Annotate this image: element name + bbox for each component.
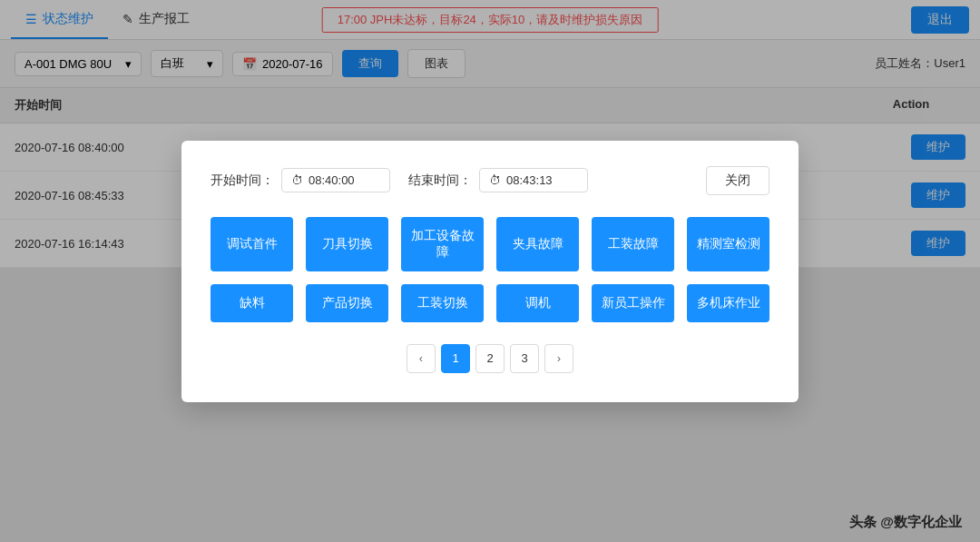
modal-time-row: 开始时间： ⏱ 08:40:00 结束时间： ⏱ 08:43:13 关闭	[211, 166, 769, 195]
category-btn-0[interactable]: 调试首件	[211, 217, 293, 271]
category-btn-6[interactable]: 缺料	[211, 284, 293, 322]
pagination: ‹ 1 2 3 ›	[211, 344, 769, 373]
modal-close-button[interactable]: 关闭	[706, 166, 769, 195]
prev-page-button[interactable]: ‹	[407, 344, 436, 373]
end-time-label: 结束时间：	[408, 172, 472, 189]
modal-overlay: 开始时间： ⏱ 08:40:00 结束时间： ⏱ 08:43:13 关闭 调试首…	[0, 0, 980, 542]
end-clock-icon: ⏱	[489, 173, 501, 187]
category-btn-11[interactable]: 多机床作业	[687, 284, 769, 322]
end-time-input[interactable]: ⏱ 08:43:13	[479, 168, 588, 192]
page-button-2[interactable]: 2	[475, 344, 505, 373]
category-btn-10[interactable]: 新员工操作	[592, 284, 674, 322]
start-time-value: 08:40:00	[309, 173, 355, 187]
category-btn-1[interactable]: 刀具切换	[306, 217, 388, 271]
category-buttons-grid: 调试首件刀具切换加工设备故障夹具故障工装故障精测室检测缺料产品切换工装切换调机新…	[211, 217, 769, 322]
category-btn-5[interactable]: 精测室检测	[687, 217, 769, 271]
next-page-button[interactable]: ›	[544, 344, 573, 373]
end-time-value: 08:43:13	[506, 173, 553, 187]
start-time-input[interactable]: ⏱ 08:40:00	[281, 168, 390, 192]
category-btn-8[interactable]: 工装切换	[401, 284, 484, 322]
category-btn-3[interactable]: 夹具故障	[496, 217, 579, 271]
page-button-1[interactable]: 1	[441, 344, 470, 373]
category-btn-4[interactable]: 工装故障	[592, 217, 674, 271]
start-time-label: 开始时间：	[211, 172, 274, 189]
start-clock-icon: ⏱	[291, 173, 303, 187]
page-button-3[interactable]: 3	[510, 344, 539, 373]
category-btn-2[interactable]: 加工设备故障	[401, 217, 484, 271]
category-btn-7[interactable]: 产品切换	[306, 284, 388, 322]
end-time-field: 结束时间： ⏱ 08:43:13	[408, 168, 588, 192]
category-btn-9[interactable]: 调机	[496, 284, 579, 322]
start-time-field: 开始时间： ⏱ 08:40:00	[211, 168, 390, 192]
watermark: 头条 @数字化企业	[849, 514, 962, 531]
modal-dialog: 开始时间： ⏱ 08:40:00 结束时间： ⏱ 08:43:13 关闭 调试首…	[181, 141, 799, 402]
